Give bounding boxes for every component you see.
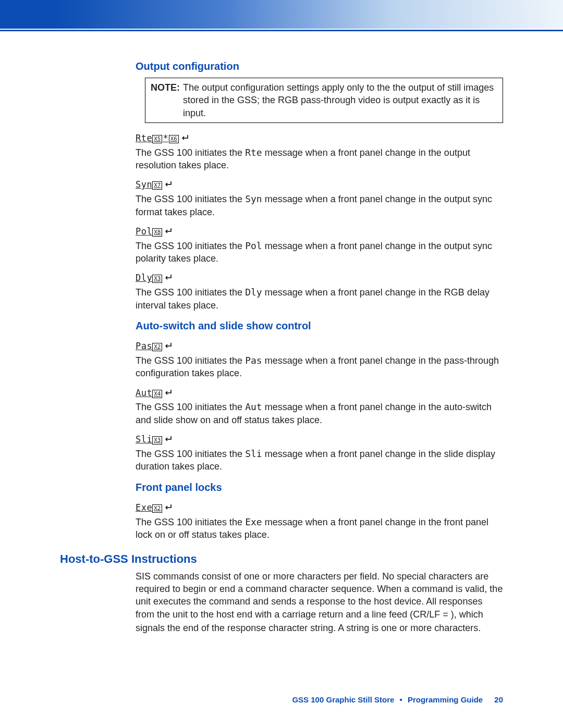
command-name: Aut: [136, 387, 152, 399]
heading-auto-switch: Auto-switch and slide show control: [136, 319, 503, 333]
param-joiner: *: [163, 132, 168, 144]
command-description: The GSS 100 initiates the Exe message wh…: [136, 516, 503, 541]
content-area: Output configuration NOTE: The output co…: [0, 31, 563, 634]
page: Output configuration NOTE: The output co…: [0, 0, 563, 728]
param-box: X8: [152, 228, 162, 237]
heading-output-config: Output configuration: [136, 59, 503, 73]
param-box: X3: [152, 436, 162, 445]
command-list-panel: ExeX2The GSS 100 initiates the Exe messa…: [136, 502, 503, 541]
desc-part1: The GSS 100 initiates the: [136, 517, 245, 527]
note-box: NOTE: The output configuration settings …: [145, 78, 503, 123]
param-box: X7: [152, 181, 162, 190]
footer-doc: GSS 100 Graphic Still Store: [292, 695, 394, 704]
command-line: PolX8: [136, 226, 503, 238]
desc-part1: The GSS 100 initiates the: [136, 449, 245, 459]
section-output-config: Output configuration NOTE: The output co…: [136, 59, 503, 312]
desc-code: Dly: [245, 287, 262, 298]
footer-page-number: 20: [494, 695, 503, 704]
desc-code: Pol: [245, 240, 262, 251]
command-name: Pas: [136, 340, 152, 352]
enter-icon: [163, 180, 173, 188]
command-list-output: RteX5*X6The GSS 100 initiates the Rte me…: [136, 132, 503, 312]
enter-icon: [180, 134, 189, 141]
para-part-a: SIS commands consist of one or more char…: [136, 571, 503, 620]
command-list-auto: PasX2The GSS 100 initiates the Pas messa…: [136, 340, 503, 473]
header-gradient-bar: [0, 0, 563, 29]
command-line: PasX2: [136, 340, 503, 352]
command-description: The GSS 100 initiates the Aut message wh…: [136, 401, 503, 426]
param-box: X5: [152, 135, 162, 143]
enter-icon: [163, 227, 173, 235]
desc-part1: The GSS 100 initiates the: [136, 287, 245, 298]
command-line: DlyX3: [136, 272, 503, 284]
page-footer: GSS 100 Graphic Still Store • Programmin…: [292, 695, 503, 704]
param-box: X6: [169, 135, 179, 143]
section-auto-switch: Auto-switch and slide show control PasX2…: [136, 319, 503, 473]
command-description: The GSS 100 initiates the Dly message wh…: [136, 286, 503, 312]
enter-icon: [163, 274, 173, 281]
desc-part1: The GSS 100 initiates the: [136, 241, 245, 251]
note-body: The output configuration settings apply …: [183, 81, 497, 119]
command-name: Dly: [136, 272, 152, 284]
param-box: X2: [152, 504, 162, 513]
command-description: The GSS 100 initiates the Syn message wh…: [136, 193, 503, 218]
param-box: X2: [152, 343, 162, 351]
command-name: Exe: [136, 502, 152, 514]
footer-separator: •: [400, 695, 402, 704]
param-box: X3: [152, 275, 162, 283]
command-line: RteX5*X6: [136, 132, 503, 144]
command-line: AutX4: [136, 387, 503, 399]
command-name: Rte: [136, 132, 152, 144]
command-description: The GSS 100 initiates the Pol message wh…: [136, 240, 503, 265]
heading-front-panel: Front panel locks: [136, 480, 503, 495]
desc-code: Pas: [245, 355, 262, 366]
section-host-to-gss: Host-to-GSS Instructions SIS commands co…: [60, 551, 503, 634]
desc-part1: The GSS 100 initiates the: [136, 194, 245, 204]
note-label: NOTE:: [151, 82, 180, 93]
command-line: SynX7: [136, 179, 503, 191]
command-name: Syn: [136, 179, 152, 191]
desc-part1: The GSS 100 initiates the: [136, 147, 245, 158]
command-name: Pol: [136, 226, 152, 238]
enter-icon: [163, 435, 173, 442]
enter-icon: [163, 503, 173, 511]
command-name: Sli: [136, 434, 152, 446]
desc-code: Aut: [245, 401, 262, 412]
section-front-panel: Front panel locks ExeX2The GSS 100 initi…: [136, 480, 503, 541]
host-to-gss-para: SIS commands consist of one or more char…: [136, 570, 503, 634]
footer-section: Programming Guide: [408, 695, 483, 704]
command-line: ExeX2: [136, 502, 503, 514]
param-box: X4: [152, 390, 162, 398]
desc-code: Rte: [245, 147, 262, 158]
command-description: The GSS 100 initiates the Pas message wh…: [136, 354, 503, 380]
heading-host-to-gss: Host-to-GSS Instructions: [60, 551, 503, 567]
enter-icon: [163, 342, 173, 349]
desc-code: Sli: [245, 448, 262, 459]
desc-part1: The GSS 100 initiates the: [136, 355, 245, 366]
command-description: The GSS 100 initiates the Sli message wh…: [136, 448, 503, 473]
desc-code: Exe: [245, 516, 262, 527]
command-line: SliX3: [136, 434, 503, 446]
command-description: The GSS 100 initiates the Rte message wh…: [136, 146, 503, 172]
desc-part1: The GSS 100 initiates the: [136, 402, 245, 412]
enter-icon: [163, 389, 173, 396]
desc-code: Syn: [245, 193, 262, 204]
